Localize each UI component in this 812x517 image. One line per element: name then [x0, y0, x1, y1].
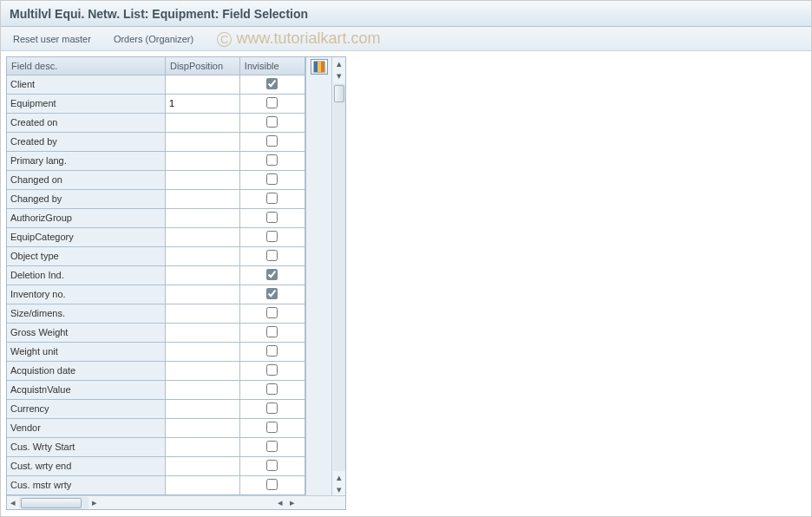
col-header-disp-position[interactable]: DispPosition — [165, 57, 239, 75]
invisible-checkbox[interactable] — [266, 116, 278, 128]
invisible-cell[interactable] — [239, 227, 304, 246]
scroll-down-bottom-icon[interactable]: ▾ — [333, 483, 345, 495]
invisible-checkbox[interactable] — [266, 231, 278, 242]
invisible-cell[interactable] — [239, 361, 304, 380]
invisible-checkbox[interactable] — [266, 402, 278, 414]
invisible-checkbox[interactable] — [266, 307, 278, 318]
disp-position-cell[interactable] — [165, 246, 239, 265]
invisible-cell[interactable] — [239, 208, 304, 227]
disp-position-input[interactable] — [169, 247, 236, 265]
invisible-cell[interactable] — [239, 75, 304, 94]
scroll-up-arrow-icon[interactable]: ▴ — [333, 57, 345, 69]
invisible-checkbox[interactable] — [266, 269, 278, 280]
disp-position-input[interactable] — [169, 400, 236, 417]
invisible-cell[interactable] — [239, 456, 304, 475]
disp-position-input[interactable] — [169, 190, 236, 207]
scroll-up-bottom-icon[interactable]: ▴ — [333, 471, 345, 483]
disp-position-cell[interactable] — [165, 170, 239, 189]
disp-position-input[interactable] — [169, 362, 236, 379]
disp-position-input[interactable] — [169, 114, 236, 131]
disp-position-cell[interactable] — [165, 304, 239, 323]
disp-position-input[interactable] — [169, 285, 236, 303]
disp-position-cell[interactable] — [165, 437, 239, 456]
invisible-checkbox[interactable] — [266, 383, 278, 395]
invisible-cell[interactable] — [239, 265, 304, 285]
disp-position-cell[interactable] — [165, 75, 239, 94]
scroll-left2-arrow-icon[interactable]: ◂ — [274, 497, 286, 509]
invisible-cell[interactable] — [239, 151, 304, 170]
disp-position-cell[interactable] — [165, 323, 239, 342]
disp-position-input[interactable] — [169, 438, 236, 455]
invisible-cell[interactable] — [239, 94, 304, 113]
disp-position-input[interactable] — [169, 324, 236, 341]
vscroll-track[interactable] — [333, 83, 345, 471]
invisible-cell[interactable] — [239, 342, 304, 361]
invisible-cell[interactable] — [239, 285, 304, 304]
scroll-right2-arrow-icon[interactable]: ▸ — [286, 497, 298, 509]
invisible-cell[interactable] — [239, 475, 304, 494]
horizontal-scrollbar[interactable]: ◂ ▸ ◂ ▸ — [7, 495, 345, 509]
disp-position-input[interactable] — [169, 95, 236, 112]
invisible-cell[interactable] — [239, 189, 304, 208]
invisible-checkbox[interactable] — [266, 135, 278, 147]
disp-position-input[interactable] — [169, 419, 236, 436]
invisible-cell[interactable] — [239, 399, 304, 418]
disp-position-input[interactable] — [169, 75, 236, 93]
vscroll-thumb[interactable] — [334, 85, 344, 102]
invisible-checkbox[interactable] — [266, 212, 278, 223]
disp-position-cell[interactable] — [165, 285, 239, 304]
disp-position-cell[interactable] — [165, 456, 239, 475]
invisible-checkbox[interactable] — [266, 193, 278, 204]
disp-position-cell[interactable] — [165, 265, 239, 285]
disp-position-cell[interactable] — [165, 418, 239, 437]
disp-position-input[interactable] — [169, 457, 236, 474]
invisible-checkbox[interactable] — [266, 345, 278, 357]
invisible-cell[interactable] — [239, 437, 304, 456]
disp-position-cell[interactable] — [165, 132, 239, 151]
disp-position-cell[interactable] — [165, 475, 239, 494]
disp-position-cell[interactable] — [165, 399, 239, 418]
disp-position-input[interactable] — [169, 133, 236, 150]
invisible-cell[interactable] — [239, 132, 304, 151]
invisible-checkbox[interactable] — [266, 154, 278, 166]
invisible-checkbox[interactable] — [266, 326, 278, 337]
invisible-checkbox[interactable] — [266, 97, 278, 108]
disp-position-cell[interactable] — [165, 151, 239, 170]
disp-position-cell[interactable] — [165, 113, 239, 132]
hscroll-thumb[interactable] — [21, 498, 82, 508]
invisible-cell[interactable] — [239, 246, 304, 265]
disp-position-input[interactable] — [169, 304, 236, 322]
invisible-checkbox[interactable] — [266, 288, 278, 299]
reset-user-master-button[interactable]: Reset user master — [8, 31, 96, 47]
invisible-cell[interactable] — [239, 323, 304, 342]
invisible-checkbox[interactable] — [266, 479, 278, 490]
disp-position-cell[interactable] — [165, 342, 239, 361]
invisible-cell[interactable] — [239, 304, 304, 323]
disp-position-input[interactable] — [169, 152, 236, 169]
disp-position-input[interactable] — [169, 228, 236, 245]
disp-position-cell[interactable] — [165, 94, 239, 113]
invisible-cell[interactable] — [239, 380, 304, 399]
invisible-checkbox[interactable] — [266, 173, 278, 185]
invisible-checkbox[interactable] — [266, 250, 278, 261]
disp-position-input[interactable] — [169, 343, 236, 360]
vertical-scrollbar[interactable]: ▴ ▾ ▴ ▾ — [331, 57, 345, 495]
disp-position-cell[interactable] — [165, 227, 239, 246]
invisible-checkbox[interactable] — [266, 364, 278, 376]
invisible-cell[interactable] — [239, 113, 304, 132]
scroll-right-arrow-icon[interactable]: ▸ — [88, 497, 101, 509]
invisible-checkbox[interactable] — [266, 422, 278, 433]
col-header-invisible[interactable]: Invisible — [239, 57, 304, 75]
hscroll-track[interactable] — [19, 497, 88, 509]
col-header-field-desc[interactable]: Field desc. — [7, 57, 165, 75]
disp-position-input[interactable] — [169, 209, 236, 226]
invisible-checkbox[interactable] — [266, 460, 278, 471]
orders-organizer-button[interactable]: Orders (Organizer) — [108, 31, 199, 47]
table-settings-button[interactable] — [311, 59, 328, 75]
disp-position-input[interactable] — [169, 171, 236, 188]
scroll-down-arrow-icon[interactable]: ▾ — [333, 69, 345, 82]
disp-position-input[interactable] — [169, 266, 236, 284]
disp-position-cell[interactable] — [165, 189, 239, 208]
invisible-cell[interactable] — [239, 170, 304, 189]
disp-position-cell[interactable] — [165, 208, 239, 227]
